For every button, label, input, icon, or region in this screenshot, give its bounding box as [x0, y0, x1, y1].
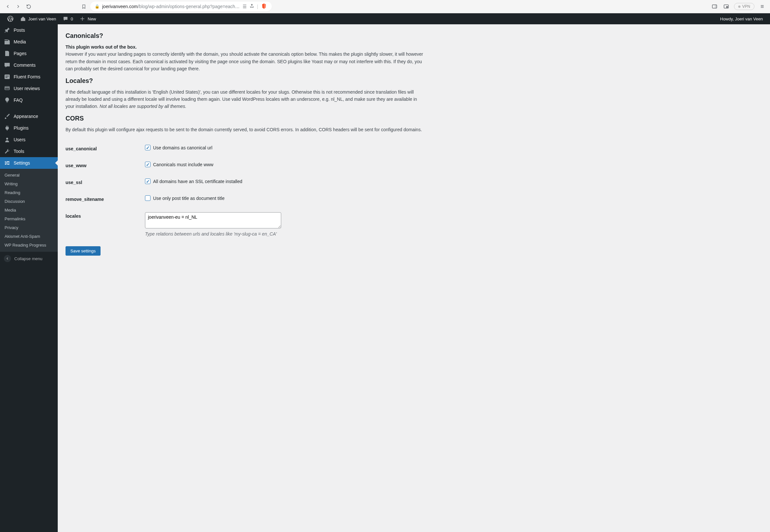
sidebar-label: Fluent Forms: [14, 74, 40, 79]
browser-back-button[interactable]: [4, 3, 12, 10]
canonicals-description: This plugin works out of the box. Howeve…: [65, 43, 426, 73]
sidebar-label: Media: [14, 39, 26, 44]
form-icon: [4, 74, 10, 80]
checkbox-icon: [145, 179, 150, 184]
row-use-www: use_www Canonicals must include www: [65, 156, 426, 173]
new-label: New: [87, 17, 96, 21]
svg-rect-7: [6, 77, 7, 78]
checkbox-use-ssl[interactable]: All domains have an SSL certificate inst…: [145, 179, 426, 184]
user-icon: [4, 136, 10, 143]
wp-adminbar: Joeri van Veen 0 New Howdy, Joeri van Ve…: [0, 13, 770, 24]
sidebar-item-posts[interactable]: Posts: [0, 24, 58, 36]
svg-point-10: [8, 87, 9, 88]
svg-rect-5: [5, 75, 10, 79]
sidebar-item-user-reviews[interactable]: User reviews: [0, 83, 58, 94]
reader-mode-icon[interactable]: ☰: [243, 4, 247, 9]
sidebar-item-comments[interactable]: Comments: [0, 59, 58, 71]
url-text: joerivanveen.com/blog/wp-admin/options-g…: [102, 4, 240, 9]
browser-forward-button[interactable]: [14, 3, 22, 10]
sidebar-item-users[interactable]: Users: [0, 134, 58, 145]
sidebar-item-media[interactable]: Media: [0, 36, 58, 48]
canonicals-heading: Canonicals?: [65, 32, 426, 40]
submenu-privacy[interactable]: Privacy: [0, 223, 58, 232]
label-use-www: use_www: [65, 162, 145, 168]
sidebar-label: Appearance: [14, 114, 38, 119]
content-area: Canonicals? This plugin works out of the…: [58, 24, 434, 532]
svg-rect-6: [6, 76, 9, 76]
submenu-reading[interactable]: Reading: [0, 188, 58, 197]
submenu-discussion[interactable]: Discussion: [0, 197, 58, 206]
svg-point-12: [6, 138, 8, 140]
submenu-media[interactable]: Media: [0, 206, 58, 214]
checkbox-text: Use domains as canonical url: [153, 145, 213, 150]
checkbox-remove-sitename[interactable]: Use only post title as document title: [145, 195, 426, 201]
settings-submenu: General Writing Reading Discussion Media…: [0, 169, 58, 251]
site-name: Joeri van Veen: [28, 17, 56, 21]
howdy-text: Howdy, Joeri van Veen: [720, 17, 763, 21]
submenu-akismet[interactable]: Akismet Anti-Spam: [0, 232, 58, 241]
row-use-canonical: use_canonical Use domains as canonical u…: [65, 140, 426, 156]
cors-description: By default this plugin will configure aj…: [65, 126, 426, 133]
vpn-button[interactable]: VPN: [734, 3, 754, 10]
sidebar-label: Settings: [14, 160, 30, 166]
user-menu[interactable]: Howdy, Joeri van Veen: [717, 13, 766, 24]
share-icon[interactable]: [250, 4, 254, 9]
cors-heading: CORS: [65, 115, 426, 122]
row-remove-sitename: remove_sitename Use only post title as d…: [65, 190, 426, 207]
row-use-ssl: use_ssl All domains have an SSL certific…: [65, 173, 426, 190]
sidebar-item-faq[interactable]: FAQ: [0, 94, 58, 106]
locales-textarea[interactable]: [145, 212, 281, 228]
lock-icon: 🔒: [95, 4, 99, 9]
comments-link[interactable]: 0: [59, 13, 76, 24]
sidebar-item-settings[interactable]: Settings: [0, 157, 58, 169]
brave-icon[interactable]: [261, 3, 267, 10]
sidebar-label: Users: [14, 137, 26, 142]
sidebar-item-plugins[interactable]: Plugins: [0, 122, 58, 134]
sidebar-item-tools[interactable]: Tools: [0, 145, 58, 157]
submenu-reading-progress[interactable]: WP Reading Progress: [0, 241, 58, 249]
browser-reload-button[interactable]: [25, 3, 32, 10]
device-icon[interactable]: [711, 3, 718, 10]
bookmark-icon[interactable]: [80, 3, 87, 10]
wp-logo[interactable]: [4, 13, 17, 24]
svg-point-8: [5, 87, 6, 88]
sidebar-item-pages[interactable]: Pages: [0, 48, 58, 59]
wp-main: Posts Media Pages Comments Fluent Forms …: [0, 24, 770, 532]
sidebar-label: Tools: [14, 149, 24, 154]
pushpin-icon: [4, 27, 10, 33]
submenu-permalinks[interactable]: Permalinks: [0, 214, 58, 223]
admin-sidebar: Posts Media Pages Comments Fluent Forms …: [0, 24, 58, 532]
browser-menu-button[interactable]: ≡: [758, 3, 766, 10]
media-icon: [4, 39, 10, 45]
comment-icon: [4, 62, 10, 68]
checkbox-icon: [145, 195, 150, 201]
sliders-icon: [4, 160, 10, 166]
checkbox-use-www[interactable]: Canonicals must include www: [145, 162, 426, 167]
checkbox-use-canonical[interactable]: Use domains as canonical url: [145, 145, 426, 150]
submenu-general[interactable]: General: [0, 171, 58, 179]
collapse-menu[interactable]: Collapse menu: [0, 251, 58, 265]
label-locales: locales: [65, 212, 145, 237]
sidebar-label: FAQ: [14, 98, 23, 103]
sidebar-label: Plugins: [14, 125, 29, 131]
checkbox-icon: [145, 162, 150, 167]
submenu-writing[interactable]: Writing: [0, 179, 58, 188]
wrench-icon: [4, 148, 10, 155]
sidebar-label: Pages: [14, 51, 27, 56]
page-icon: [4, 50, 10, 57]
lightbulb-icon: [4, 97, 10, 103]
locales-heading: Locales?: [65, 77, 426, 85]
menu-separator: [0, 106, 58, 110]
label-remove-sitename: remove_sitename: [65, 195, 145, 202]
sidebar-item-fluent-forms[interactable]: Fluent Forms: [0, 71, 58, 83]
save-settings-button[interactable]: Save settings: [65, 246, 100, 256]
sidebar-item-appearance[interactable]: Appearance: [0, 110, 58, 122]
checkbox-text: Canonicals must include www: [153, 162, 214, 167]
collapse-label: Collapse menu: [14, 256, 42, 261]
checkbox-text: Use only post title as document title: [153, 196, 225, 201]
new-content-link[interactable]: New: [76, 13, 99, 24]
svg-rect-1: [715, 5, 717, 8]
site-link[interactable]: Joeri van Veen: [17, 13, 59, 24]
pip-icon[interactable]: [722, 3, 730, 10]
address-bar[interactable]: 🔒 joerivanveen.com/blog/wp-admin/options…: [90, 2, 272, 11]
